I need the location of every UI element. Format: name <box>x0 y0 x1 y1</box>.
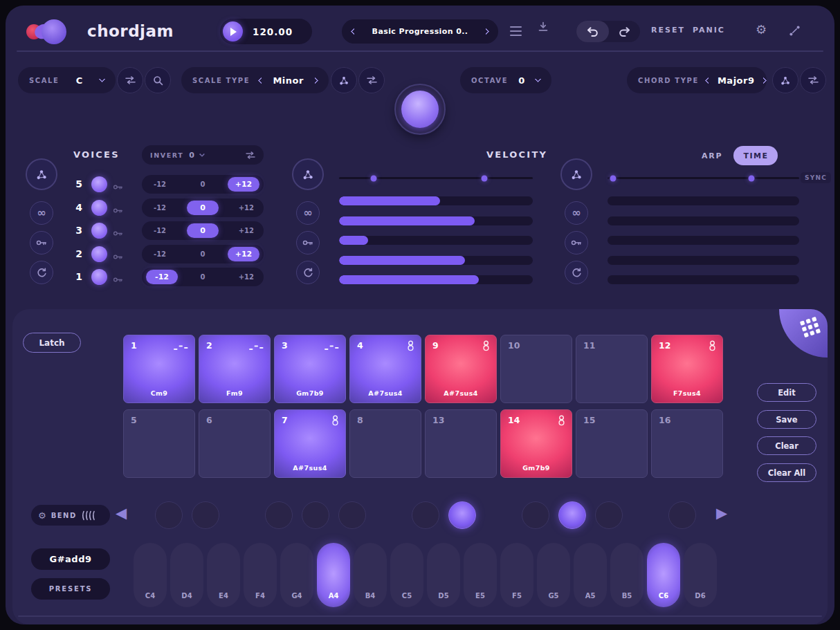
voice-transpose-slider[interactable]: -12 0 +12 0 <box>142 221 264 240</box>
chord-pad-15[interactable]: 15 <box>576 409 648 478</box>
clear-all-button[interactable]: Clear All <box>757 463 816 482</box>
bend-wheel-D#5[interactable] <box>448 501 476 529</box>
panic-button[interactable]: PANIC <box>693 26 725 35</box>
voice-transpose-slider[interactable]: -12 0 +12 -12 <box>142 268 264 286</box>
time-range-slider[interactable] <box>608 177 799 179</box>
invert-control[interactable]: INVERT 0 <box>142 145 264 165</box>
bend-wheel-G#5[interactable] <box>558 501 586 529</box>
time-key-lock-button[interactable] <box>565 231 588 254</box>
range-handle[interactable] <box>610 175 617 181</box>
chord-pad-13[interactable]: 13 <box>425 409 497 478</box>
bend-wheel-A#4[interactable] <box>338 501 366 529</box>
bend-wheel-A#5[interactable] <box>595 501 623 529</box>
time-bar-2[interactable] <box>608 256 799 265</box>
piano-key-D4[interactable]: D4 <box>170 543 203 607</box>
voice-toggle[interactable] <box>91 269 107 285</box>
bend-gear-icon[interactable]: ⚙ <box>38 511 46 520</box>
invert-shuffle-icon[interactable] <box>246 149 255 162</box>
voice-toggle[interactable] <box>91 200 107 216</box>
key-link-icon[interactable] <box>113 273 123 286</box>
chord-pad-2[interactable]: 2Fm9 <box>199 335 271 403</box>
keyboard-scroll-right-icon[interactable]: ▶ <box>716 506 727 521</box>
time-bar-3[interactable] <box>608 236 799 245</box>
voice-transpose-slider[interactable]: -12 0 +12 +12 <box>142 245 264 263</box>
scale-type-select[interactable]: SCALE TYPE Minor <box>181 67 329 93</box>
piano-key-C5[interactable]: C5 <box>390 543 423 607</box>
bend-wheel-C#5[interactable] <box>412 501 439 529</box>
chord-pad-14[interactable]: 14Gm7b9 <box>500 409 572 478</box>
piano-key-A5[interactable]: A5 <box>574 543 607 607</box>
menu-icon[interactable] <box>510 26 522 36</box>
slider-active-value[interactable]: 0 <box>187 223 219 238</box>
velocity-range-slider[interactable] <box>339 177 533 179</box>
voice-transpose-slider[interactable]: -12 0 +12 +12 <box>142 175 264 194</box>
keyboard-scroll-left-icon[interactable]: ◀ <box>116 506 127 521</box>
velocity-key-lock-button[interactable] <box>296 231 320 254</box>
latch-button[interactable]: Latch <box>23 333 81 353</box>
sync-badge[interactable]: SYNC <box>801 172 831 183</box>
undo-button[interactable] <box>576 21 609 42</box>
key-link-icon[interactable] <box>113 180 123 194</box>
chord-type-select[interactable]: CHORD TYPE Major9 <box>627 67 767 93</box>
piano-key-G4[interactable]: G4 <box>280 543 313 607</box>
chord-pad-5[interactable]: 5 <box>123 409 195 478</box>
master-knob[interactable] <box>394 84 446 135</box>
chord-type-random-button[interactable] <box>772 67 798 93</box>
piano-key-B4[interactable]: B4 <box>354 543 387 607</box>
piano-key-B5[interactable]: B5 <box>610 543 643 607</box>
bend-wheel-D#4[interactable] <box>192 501 219 529</box>
chord-pad-16[interactable]: 16 <box>651 409 723 478</box>
preset-name[interactable]: Basic Progression 0.. <box>372 27 468 36</box>
download-icon[interactable] <box>538 21 549 35</box>
slider-active-value[interactable]: -12 <box>146 270 178 284</box>
arp-tab[interactable]: ARP <box>702 151 722 160</box>
chord-pad-8[interactable]: 8 <box>349 409 421 478</box>
clear-button[interactable]: Clear <box>757 436 816 455</box>
settings-gear-icon[interactable]: ⚙ <box>756 24 767 36</box>
chord-pad-10[interactable]: 10 <box>500 335 572 403</box>
velocity-bar-5[interactable] <box>339 196 533 205</box>
scale-type-random-button[interactable] <box>331 67 357 93</box>
bend-wheel-F#5[interactable] <box>522 501 549 529</box>
piano-key-E4[interactable]: E4 <box>207 543 240 607</box>
midi-routing-icon[interactable] <box>789 25 801 39</box>
time-bar-5[interactable] <box>608 196 799 205</box>
piano-key-C4[interactable]: C4 <box>134 543 167 607</box>
bend-wheel-C#4[interactable] <box>155 501 183 529</box>
voice-toggle[interactable] <box>91 223 107 239</box>
chord-pad-12[interactable]: 12F7sus4 <box>651 335 723 403</box>
bend-wheel-F#4[interactable] <box>265 501 293 529</box>
piano-key-E5[interactable]: E5 <box>464 543 497 607</box>
piano-key-A4[interactable]: A4 <box>317 543 350 607</box>
scale-select[interactable]: SCALE C <box>18 67 116 93</box>
voice-toggle[interactable] <box>91 176 107 192</box>
velocity-infinity-button[interactable]: ∞ <box>296 201 320 225</box>
preset-next-icon[interactable] <box>483 28 490 35</box>
velocity-random-button[interactable] <box>292 158 324 190</box>
voice-transpose-slider[interactable]: -12 0 +12 0 <box>142 198 264 217</box>
slider-active-value[interactable]: +12 <box>228 247 259 261</box>
time-bar-1[interactable] <box>608 275 799 284</box>
time-infinity-button[interactable]: ∞ <box>565 201 588 225</box>
velocity-bar-1[interactable] <box>339 275 533 284</box>
octave-select[interactable]: OCTAVE 0 <box>460 67 551 93</box>
presets-button[interactable]: PRESETS <box>31 578 110 600</box>
velocity-bar-3[interactable] <box>339 236 533 245</box>
velocity-bar-4[interactable] <box>339 216 533 225</box>
edit-button[interactable]: Edit <box>757 383 816 402</box>
chord-pad-9[interactable]: 9A#7sus4 <box>425 335 497 403</box>
key-link-icon[interactable] <box>113 227 123 240</box>
time-reset-loop-button[interactable] <box>565 261 588 284</box>
time-bar-4[interactable] <box>608 216 799 225</box>
preset-prev-icon[interactable] <box>351 28 358 35</box>
range-handle[interactable] <box>748 175 754 181</box>
save-button[interactable]: Save <box>757 410 816 429</box>
key-link-icon[interactable] <box>113 250 123 263</box>
scale-randomize-button[interactable] <box>117 67 143 93</box>
range-handle[interactable] <box>482 175 488 181</box>
bend-control[interactable]: ⚙ BEND <box>31 505 110 526</box>
prev-icon[interactable] <box>258 77 265 84</box>
velocity-reset-loop-button[interactable] <box>296 261 320 284</box>
scale-detect-button[interactable] <box>145 67 171 93</box>
chord-pad-3[interactable]: 3Gm7b9 <box>274 335 346 403</box>
